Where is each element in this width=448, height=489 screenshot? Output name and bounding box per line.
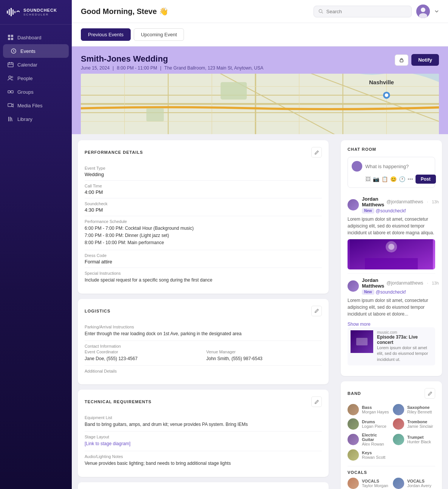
sidebar-item-calendar[interactable]: Calendar — [0, 58, 72, 71]
logistics-header: LOGISTICS — [85, 306, 322, 316]
svg-point-21 — [421, 8, 425, 12]
svg-rect-50 — [356, 338, 368, 345]
chat-emoji-icon[interactable]: 😊 — [390, 176, 397, 182]
member-info: Bass Morgan Hayes — [362, 405, 389, 414]
chat-list-icon[interactable]: 📋 — [382, 176, 388, 182]
right-column: CHAT ROOM 🖼 📷 📋 😊 🕐 — [335, 134, 448, 489]
member-info: Trumpet Hunter Black — [407, 435, 431, 444]
chat-more-icon[interactable]: ••• — [408, 176, 413, 182]
chat-user-avatar — [352, 161, 362, 172]
member-avatar — [393, 478, 404, 489]
post-button[interactable]: Post — [416, 175, 436, 184]
tab-previous-events[interactable]: Previous Events — [81, 28, 131, 41]
parking-row: Parking/Arrival Instructions Enter throu… — [85, 322, 322, 341]
member-info: Saxophone Riley Bennett — [407, 405, 432, 414]
svg-rect-4 — [14, 11, 15, 13]
post-1-meta: Jordan Matthews @jordanmatthews · 13h Ne… — [362, 196, 439, 214]
event-meta: June 15, 2024 | 8:00 PM - 11:00 PM | The… — [81, 65, 263, 71]
svg-rect-15 — [8, 104, 12, 107]
technical-header: TECHNICAL REQUIREMENTS — [85, 396, 322, 407]
sidebar-item-label: Media Files — [17, 103, 42, 108]
sidebar-item-groups[interactable]: Groups — [0, 85, 72, 99]
member-avatar — [348, 478, 359, 489]
chevron-down-icon[interactable] — [434, 9, 439, 14]
sidebar-nav: Dashboard Events Calendar People Groups … — [0, 25, 72, 489]
logistics-edit-button[interactable] — [311, 306, 322, 316]
event-info: Smith-Jones Wedding June 15, 2024 | 8:00… — [81, 54, 263, 71]
event-hero-actions: Notify — [395, 54, 439, 66]
svg-rect-13 — [8, 91, 10, 93]
tab-upcoming-event[interactable]: Upcoming Event — [134, 28, 184, 41]
band-member-trombone: Trombone Jamie Sinclair — [393, 418, 435, 430]
sidebar-item-events[interactable]: Events — [3, 44, 69, 58]
greeting: Good Morning, Steve 👋 — [81, 7, 168, 16]
member-avatar — [393, 418, 404, 430]
event-venue: The Grand Ballroom, 123 Main St, Anytown… — [164, 65, 263, 71]
chat-image-icon[interactable]: 🖼 — [365, 176, 371, 182]
post-1-avatar — [348, 199, 359, 210]
search-bar[interactable] — [314, 6, 412, 17]
band-member-keys: Keys Rowan Scott — [348, 449, 390, 461]
performance-title: PERFORMANCE DETAILS — [85, 150, 143, 155]
soundcheck-row: Soundcheck 4:30 PM — [85, 198, 322, 216]
band-member-grid: Bass Morgan Hayes Saxophone Riley Bennet… — [348, 404, 435, 461]
logo-sub: SCHEDULER — [23, 13, 57, 16]
member-info: VOCALS Taylor Morgan — [362, 479, 388, 488]
show-more-link[interactable]: Show more — [348, 322, 371, 327]
sidebar-item-label: Groups — [17, 89, 34, 95]
band-header: BAND — [348, 388, 435, 399]
additional-row: Additional Details — [85, 366, 322, 378]
sidebar-item-media[interactable]: Media Files — [0, 99, 72, 112]
svg-rect-18 — [11, 118, 12, 121]
member-info: Trombone Jamie Sinclair — [407, 419, 433, 429]
lock-button[interactable] — [395, 54, 408, 66]
svg-rect-23 — [400, 60, 403, 62]
notify-button[interactable]: Notify — [411, 54, 439, 66]
svg-rect-40 — [221, 82, 247, 99]
sidebar-item-label: Calendar — [17, 62, 37, 68]
chat-post-header: Jordan Matthews @jordanmatthews · 13h Ne… — [348, 196, 435, 214]
contact-row: Contact Information Event Coordinator Ja… — [85, 341, 322, 366]
member-avatar — [348, 449, 359, 461]
svg-point-12 — [11, 76, 13, 78]
lock-icon — [399, 57, 404, 63]
chat-clock-icon[interactable]: 🕐 — [399, 176, 405, 182]
band-member-drums: Drums Logan Pierce — [348, 418, 390, 430]
chat-input[interactable] — [365, 164, 431, 169]
link-preview: muusic.com Episode 373a: Live concert Lo… — [348, 327, 435, 365]
chat-photo-icon[interactable]: 📷 — [373, 176, 379, 182]
call-time-row: Call Time 4:00 PM — [85, 181, 322, 198]
event-type-row: Event Type Wedding — [85, 163, 322, 181]
contact-two-col: Event Coordinator Jane Doe, (555) 123-45… — [85, 350, 322, 362]
chat-input-area: 🖼 📷 📋 😊 🕐 ••• Post — [348, 157, 435, 188]
main-content: Good Morning, Steve 👋 Previous Events Up… — [72, 0, 448, 489]
svg-rect-41 — [146, 108, 164, 122]
venue-manager-col: Venue Manager John Smith, (555) 987-6543 — [206, 350, 322, 362]
band-edit-button[interactable] — [425, 388, 435, 399]
member-info: Electric Guitar Alex Rowan — [362, 433, 390, 446]
map-container: Nashville — [81, 74, 439, 134]
edit-icon — [314, 399, 319, 404]
vocals-header: VOCALS — [348, 470, 435, 475]
avatar[interactable] — [416, 5, 430, 18]
search-input[interactable] — [326, 9, 407, 14]
sidebar-item-library[interactable]: Library — [0, 112, 72, 126]
technical-edit-button[interactable] — [311, 396, 322, 407]
svg-rect-10 — [8, 63, 13, 67]
edit-icon — [314, 150, 319, 155]
member-avatar — [348, 418, 359, 430]
svg-point-11 — [9, 76, 11, 78]
sidebar-item-people[interactable]: People — [0, 71, 72, 85]
performance-edit-button[interactable] — [311, 147, 322, 158]
chat-tools: 🖼 📷 📋 😊 🕐 ••• Post — [352, 175, 431, 184]
two-col-layout: PERFORMANCE DETAILS Event Type Wedding C… — [72, 134, 448, 489]
logo: soundcheck SCHEDULER — [0, 0, 72, 25]
schedule-row: Performance Schedule 6:00 PM - 7:00 PM: … — [85, 216, 322, 250]
link-info: muusic.com Episode 373a: Live concert Lo… — [377, 330, 432, 362]
svg-rect-6 — [11, 35, 13, 37]
logo-name: soundcheck — [23, 8, 57, 13]
sidebar-item-dashboard[interactable]: Dashboard — [0, 31, 72, 44]
chat-post-2: Jordan Matthews @jordanmatthews · 13h Ne… — [348, 274, 435, 369]
performance-header: PERFORMANCE DETAILS — [85, 147, 322, 158]
sidebar-item-label: Events — [20, 48, 36, 54]
